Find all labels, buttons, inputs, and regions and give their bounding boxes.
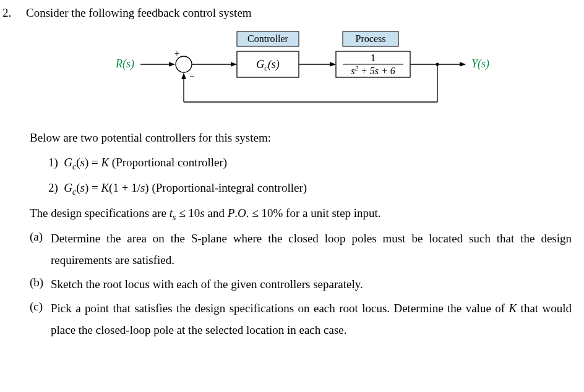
part-c: (c) Pick a point that satisfies the desi…	[30, 297, 572, 341]
controllers-intro: Below are two potential controllers for …	[30, 127, 572, 148]
part-a-label: (a)	[30, 228, 46, 271]
pickoff-node	[436, 63, 439, 66]
intro-text: Consider the following feedback control …	[26, 4, 252, 22]
controller-title: Controller	[247, 33, 288, 44]
process-numer: 1	[371, 53, 376, 63]
part-b-text: Sketch the root locus with each of the g…	[51, 273, 572, 295]
part-b-label: (b)	[30, 273, 46, 295]
controller-tf: Gc(s)	[256, 58, 279, 72]
plus-sign: +	[174, 49, 179, 58]
ctrl2-desc: (Proportional-integral controller)	[152, 181, 307, 194]
input-label-text: R(s)	[115, 58, 134, 70]
part-c-text: Pick a point that satisfies the design s…	[51, 297, 572, 341]
spec-line: The design specifications are ts ≤ 10s a…	[30, 202, 572, 225]
spec-prefix: The design specifications are	[30, 207, 166, 219]
block-diagram: R(s) + − Controller Gc(s) Process 1 s2 +…	[0, 29, 572, 116]
ctrl1-num: 1)	[48, 156, 58, 169]
part-a-text: Determine the area on the S-plane where …	[51, 228, 572, 271]
summing-junction-icon	[176, 56, 192, 72]
part-a: (a) Determine the area on the S-plane wh…	[30, 228, 572, 271]
spec-and: and	[208, 207, 225, 219]
ctrl1-desc: (Proportional controller)	[112, 156, 227, 169]
diagram-svg: R(s) + − Controller Gc(s) Process 1 s2 +…	[75, 29, 496, 116]
part-c-label: (c)	[30, 297, 46, 341]
controller-2-line: 2) Gc(s) = K(1 + 1/s) (Proportional-inte…	[48, 177, 572, 200]
minus-sign: −	[189, 71, 194, 81]
process-title: Process	[356, 33, 386, 44]
part-b: (b) Sketch the root locus with each of t…	[30, 273, 572, 295]
ctrl2-num: 2)	[48, 181, 58, 194]
output-label-text: Y(s)	[471, 58, 489, 70]
process-denom: s2 + 5s + 6	[351, 64, 395, 76]
question-number: 2.	[2, 4, 17, 22]
spec-suffix: for a unit step input.	[286, 207, 381, 219]
controller-1-line: 1) Gc(s) = K (Proportional controller)	[48, 151, 572, 174]
part-c-K: K	[509, 302, 517, 315]
